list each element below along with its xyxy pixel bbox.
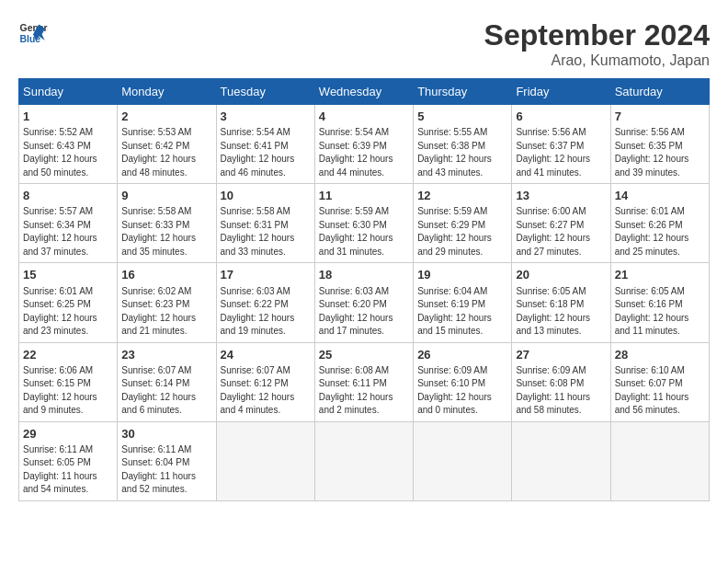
day-info: Sunrise: 6:00 AMSunset: 6:27 PMDaylight:… [516,205,606,259]
table-row: 27Sunrise: 6:09 AMSunset: 6:08 PMDayligh… [512,342,610,421]
day-info: Sunrise: 5:58 AMSunset: 6:33 PMDaylight:… [121,205,211,259]
calendar-week-row: 1Sunrise: 5:52 AMSunset: 6:43 PMDaylight… [19,105,710,184]
day-number: 1 [23,109,113,125]
calendar-title: September 2024 [484,18,710,52]
day-info: Sunrise: 6:07 AMSunset: 6:12 PMDaylight:… [221,364,311,418]
table-row: 17Sunrise: 6:03 AMSunset: 6:22 PMDayligh… [216,263,314,342]
day-number: 14 [615,188,705,204]
day-info: Sunrise: 6:01 AMSunset: 6:25 PMDaylight:… [23,285,113,339]
day-info: Sunrise: 6:11 AMSunset: 6:04 PMDaylight:… [121,443,211,497]
day-number: 11 [319,188,409,204]
table-row: 29Sunrise: 6:11 AMSunset: 6:05 PMDayligh… [19,421,118,500]
table-row [216,421,314,500]
col-saturday: Saturday [610,79,709,105]
day-number: 18 [319,267,409,283]
table-row: 5Sunrise: 5:55 AMSunset: 6:38 PMDaylight… [414,105,512,184]
day-info: Sunrise: 5:59 AMSunset: 6:29 PMDaylight:… [417,205,507,259]
day-number: 9 [121,188,211,204]
day-number: 21 [615,267,705,283]
col-monday: Monday [118,79,216,105]
table-row [610,421,709,500]
day-info: Sunrise: 5:52 AMSunset: 6:43 PMDaylight:… [23,126,113,179]
table-row: 7Sunrise: 5:56 AMSunset: 6:35 PMDaylight… [610,105,709,184]
day-number: 13 [516,188,606,204]
table-row: 19Sunrise: 6:04 AMSunset: 6:19 PMDayligh… [414,263,512,342]
col-thursday: Thursday [414,79,512,105]
day-info: Sunrise: 5:57 AMSunset: 6:34 PMDaylight:… [23,205,113,259]
table-row: 21Sunrise: 6:05 AMSunset: 6:16 PMDayligh… [610,263,709,342]
table-row: 28Sunrise: 6:10 AMSunset: 6:07 PMDayligh… [610,342,709,421]
table-row [512,421,610,500]
table-row: 12Sunrise: 5:59 AMSunset: 6:29 PMDayligh… [414,184,512,263]
day-number: 23 [121,347,211,363]
day-info: Sunrise: 6:03 AMSunset: 6:20 PMDaylight:… [319,285,409,339]
day-info: Sunrise: 6:09 AMSunset: 6:08 PMDaylight:… [516,364,606,418]
day-number: 3 [221,109,311,125]
day-info: Sunrise: 5:59 AMSunset: 6:30 PMDaylight:… [319,205,409,259]
col-sunday: Sunday [19,79,118,105]
day-number: 2 [121,109,211,125]
table-row [414,421,512,500]
day-number: 26 [417,347,507,363]
day-number: 12 [417,188,507,204]
day-info: Sunrise: 5:55 AMSunset: 6:38 PMDaylight:… [417,126,507,179]
day-number: 19 [417,267,507,283]
logo-icon: General Blue [18,18,48,48]
table-row: 18Sunrise: 6:03 AMSunset: 6:20 PMDayligh… [314,263,413,342]
table-row: 22Sunrise: 6:06 AMSunset: 6:15 PMDayligh… [19,342,118,421]
day-number: 4 [319,109,409,125]
day-info: Sunrise: 6:07 AMSunset: 6:14 PMDaylight:… [121,364,211,418]
day-number: 28 [615,347,705,363]
day-number: 27 [516,347,606,363]
day-number: 6 [516,109,606,125]
day-number: 10 [221,188,311,204]
table-row: 11Sunrise: 5:59 AMSunset: 6:30 PMDayligh… [314,184,413,263]
calendar-week-row: 29Sunrise: 6:11 AMSunset: 6:05 PMDayligh… [19,421,710,500]
day-info: Sunrise: 6:03 AMSunset: 6:22 PMDaylight:… [221,285,311,339]
table-row: 24Sunrise: 6:07 AMSunset: 6:12 PMDayligh… [216,342,314,421]
table-row [314,421,413,500]
day-info: Sunrise: 5:54 AMSunset: 6:41 PMDaylight:… [221,126,311,179]
day-number: 22 [23,347,113,363]
day-info: Sunrise: 5:54 AMSunset: 6:39 PMDaylight:… [319,126,409,179]
logo: General Blue [18,18,48,48]
table-row: 6Sunrise: 5:56 AMSunset: 6:37 PMDaylight… [512,105,610,184]
calendar-week-row: 8Sunrise: 5:57 AMSunset: 6:34 PMDaylight… [19,184,710,263]
table-row: 16Sunrise: 6:02 AMSunset: 6:23 PMDayligh… [118,263,216,342]
day-info: Sunrise: 6:05 AMSunset: 6:16 PMDaylight:… [615,285,705,339]
day-info: Sunrise: 5:58 AMSunset: 6:31 PMDaylight:… [221,205,311,259]
table-row: 3Sunrise: 5:54 AMSunset: 6:41 PMDaylight… [216,105,314,184]
day-number: 17 [221,267,311,283]
calendar-subtitle: Arao, Kumamoto, Japan [484,52,710,69]
day-info: Sunrise: 6:01 AMSunset: 6:26 PMDaylight:… [615,205,705,259]
day-info: Sunrise: 6:06 AMSunset: 6:15 PMDaylight:… [23,364,113,418]
header: General Blue September 2024 Arao, Kumamo… [18,18,710,69]
title-area: September 2024 Arao, Kumamoto, Japan [484,18,710,69]
day-info: Sunrise: 6:05 AMSunset: 6:18 PMDaylight:… [516,285,606,339]
col-wednesday: Wednesday [314,79,413,105]
table-row: 14Sunrise: 6:01 AMSunset: 6:26 PMDayligh… [610,184,709,263]
day-info: Sunrise: 6:10 AMSunset: 6:07 PMDaylight:… [615,364,705,418]
table-row: 23Sunrise: 6:07 AMSunset: 6:14 PMDayligh… [118,342,216,421]
day-number: 25 [319,347,409,363]
calendar-header-row: Sunday Monday Tuesday Wednesday Thursday… [19,79,710,105]
table-row: 4Sunrise: 5:54 AMSunset: 6:39 PMDaylight… [314,105,413,184]
day-number: 30 [121,426,211,442]
day-info: Sunrise: 6:02 AMSunset: 6:23 PMDaylight:… [121,285,211,339]
day-number: 15 [23,267,113,283]
calendar-week-row: 22Sunrise: 6:06 AMSunset: 6:15 PMDayligh… [19,342,710,421]
day-info: Sunrise: 6:08 AMSunset: 6:11 PMDaylight:… [319,364,409,418]
table-row: 25Sunrise: 6:08 AMSunset: 6:11 PMDayligh… [314,342,413,421]
day-info: Sunrise: 6:04 AMSunset: 6:19 PMDaylight:… [417,285,507,339]
table-row: 1Sunrise: 5:52 AMSunset: 6:43 PMDaylight… [19,105,118,184]
table-row: 10Sunrise: 5:58 AMSunset: 6:31 PMDayligh… [216,184,314,263]
col-tuesday: Tuesday [216,79,314,105]
day-number: 7 [615,109,705,125]
day-info: Sunrise: 5:56 AMSunset: 6:35 PMDaylight:… [615,126,705,179]
day-number: 16 [121,267,211,283]
calendar-table: Sunday Monday Tuesday Wednesday Thursday… [18,78,710,501]
table-row: 26Sunrise: 6:09 AMSunset: 6:10 PMDayligh… [414,342,512,421]
day-number: 24 [221,347,311,363]
day-number: 29 [23,426,113,442]
day-number: 20 [516,267,606,283]
